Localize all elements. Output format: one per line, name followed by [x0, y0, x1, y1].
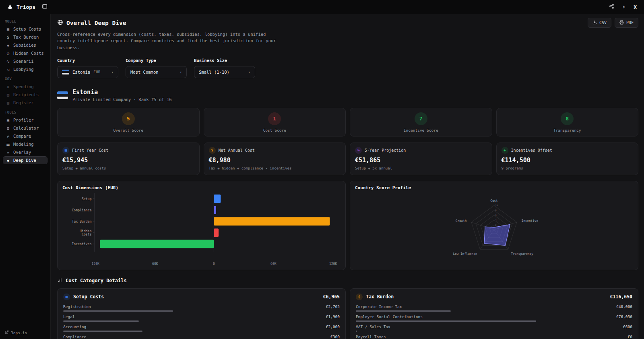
sidebar-item-label: Deep Dive	[13, 158, 36, 163]
deep-dive-icon: ◆	[6, 158, 10, 163]
detail-row-value: €2,765	[326, 304, 340, 309]
detail-row-label: Payroll Taxes	[356, 335, 386, 339]
bar-category-label: Compliance	[72, 208, 91, 212]
radar-axis-label-cost: Cost	[490, 199, 497, 203]
x-tick-label: 0	[213, 262, 215, 266]
sidebar-item-calculator[interactable]: ⊞Calculator	[3, 124, 47, 132]
score-value: 5	[122, 112, 135, 125]
bank-icon: ♜	[6, 85, 10, 89]
export-csv-button[interactable]: CSV	[588, 18, 611, 28]
chart-line-icon: ∿	[6, 59, 10, 64]
country-score-profile-card: Country Score Profile 246810CostIncentiv…	[350, 181, 638, 270]
sidebar-item-setup-costs[interactable]: ▦Setup Costs	[3, 25, 47, 33]
sidebar-item-lobbying[interactable]: ◁Lobbying	[3, 66, 47, 73]
export-buttons: CSV PDF	[588, 18, 638, 28]
select-value: Most Common	[130, 70, 159, 74]
brand[interactable]: Triops	[6, 3, 35, 10]
score-value: 8	[561, 112, 574, 125]
theme-toggle-button[interactable]: ☀	[621, 3, 626, 11]
sidebar-item-subsidies[interactable]: ◈Subsidies	[3, 41, 47, 49]
x-tick-label: 60K	[270, 262, 277, 266]
sidebar-item-label: Spending	[13, 84, 34, 89]
bar-compliance	[214, 206, 216, 214]
overlay-icon: ▱	[6, 150, 10, 155]
sliders-icon: ☰	[6, 142, 10, 147]
sidebar: MODEL▦Setup Costs$Tax Burden◈Subsidies◎H…	[0, 14, 51, 339]
sidebar-item-compare[interactable]: ⇄Compare	[3, 132, 47, 140]
sidebar-sections: MODEL▦Setup Costs$Tax Burden◈Subsidies◎H…	[3, 15, 47, 165]
sidebar-toggle-button[interactable]	[41, 3, 48, 11]
detail-row-top: Employer Social Contributions€76,050	[356, 314, 632, 319]
bar-category-label: HiddenCosts	[80, 229, 92, 236]
detail-row-bar-fill	[356, 310, 451, 312]
stat-card-head: ▦First Year Cost	[62, 147, 194, 154]
sidebar-item-label: Scenarii	[13, 59, 34, 64]
x-link-button[interactable]: X	[633, 3, 638, 11]
radar-data-polygon	[484, 224, 510, 245]
export-pdf-button[interactable]: PDF	[615, 18, 638, 28]
radar-ring-tick: 8	[495, 209, 497, 211]
company-type-select[interactable]: Most Common▾	[126, 66, 187, 78]
detail-row-top: Corporate Income Tax€40,000	[356, 304, 632, 309]
detail-row-payroll-taxes: Payroll Taxes€0	[356, 335, 632, 339]
export-csv-label: CSV	[599, 21, 607, 25]
sidebar-item-deep-dive[interactable]: ◆Deep Dive	[3, 157, 47, 164]
cost-dimensions-bar-chart: SetupComplianceTax BurdenHiddenCostsInce…	[62, 192, 341, 267]
sidebar-item-hidden-costs[interactable]: ◎Hidden Costs	[3, 50, 47, 57]
building-icon: ▦	[62, 147, 69, 154]
stat-value: €114,500	[502, 157, 634, 164]
country-score-radar-svg: 246810CostIncentiveTransparencyLow Influ…	[355, 192, 633, 267]
detail-row-bar	[356, 320, 632, 322]
detail-row-value: €300	[330, 335, 340, 339]
sidebar-item-label: Subsidies	[13, 43, 36, 48]
detail-row-bar-fill	[356, 331, 357, 332]
score-cards: 5Overall Score1Cost Score7Incentive Scor…	[57, 108, 638, 136]
sidebar-item-register: ▥Register	[3, 99, 47, 106]
business-size-select[interactable]: Small (1-10)▾	[194, 66, 255, 78]
detail-row-bar	[63, 310, 340, 312]
estonia-flag	[57, 91, 68, 99]
select-value: Estonia	[72, 70, 90, 74]
detail-row-value: €1,900	[326, 314, 340, 319]
sidebar-item-label: Hidden Costs	[13, 51, 44, 56]
sidebar-item-recipients: ▤Recipients	[3, 91, 47, 98]
filter-label: Country	[57, 58, 118, 63]
sidebar-item-spending: ♜Spending	[3, 83, 47, 90]
filter-label: Company Type	[126, 58, 187, 63]
x-tick-label: -120K	[89, 262, 99, 266]
country-select[interactable]: EstoniaEUR▾	[57, 66, 118, 78]
book-icon: ▤	[6, 93, 10, 97]
detail-row-top: Accounting€2,000	[63, 325, 340, 329]
detail-row-value: €76,050	[616, 314, 632, 319]
chevron-down-icon: ▾	[111, 70, 114, 74]
sidebar-item-overlay[interactable]: ▱Overlay	[3, 149, 47, 156]
share-button[interactable]	[608, 3, 615, 11]
sidebar-item-modeling[interactable]: ☰Modeling	[3, 141, 47, 148]
charts-row: Cost Dimensions (EUR) SetupComplianceTax…	[57, 181, 638, 270]
filter-label: Business Size	[194, 58, 255, 63]
detail-row-employer-social-contributions: Employer Social Contributions€76,050	[356, 314, 632, 322]
bar-setup	[214, 194, 221, 203]
detail-row-bar-fill	[356, 320, 536, 322]
gift-icon: ◈	[6, 43, 10, 48]
net-annual-cost-card: $Net Annual Cost€8,980Tax + hidden + com…	[204, 143, 346, 175]
cost-dimensions-chart-title: Cost Dimensions (EUR)	[62, 185, 341, 190]
transparency-card: 8Transparency	[496, 108, 639, 136]
sun-icon: ☀	[622, 4, 625, 10]
sidebar-item-profiler[interactable]: ▣Profiler	[3, 116, 47, 124]
share-icon	[609, 4, 614, 10]
detail-row-top: VAT / Sales Tax€600	[356, 325, 632, 329]
page-description: Cross-reference every dimension (costs, …	[57, 31, 277, 51]
footer-link-label: 3ops.io	[11, 331, 27, 335]
sidebar-item-label: Lobbying	[13, 67, 34, 72]
stat-card-head: $Net Annual Cost	[209, 147, 341, 154]
sidebar-item-label: Calculator	[13, 126, 39, 130]
footer-link[interactable]: 3ops.io	[3, 330, 47, 335]
stat-card-head: ∿5-Year Projection	[355, 147, 487, 154]
dollar-icon: $	[6, 35, 10, 39]
sidebar-item-tax-burden[interactable]: $Tax Burden	[3, 33, 47, 41]
bar-chart-icon	[57, 277, 62, 284]
sidebar-item-scenarii[interactable]: ∿Scenarii	[3, 58, 47, 65]
x-tick-label: -60K	[150, 262, 158, 266]
stat-label: Net Annual Cost	[219, 148, 255, 153]
